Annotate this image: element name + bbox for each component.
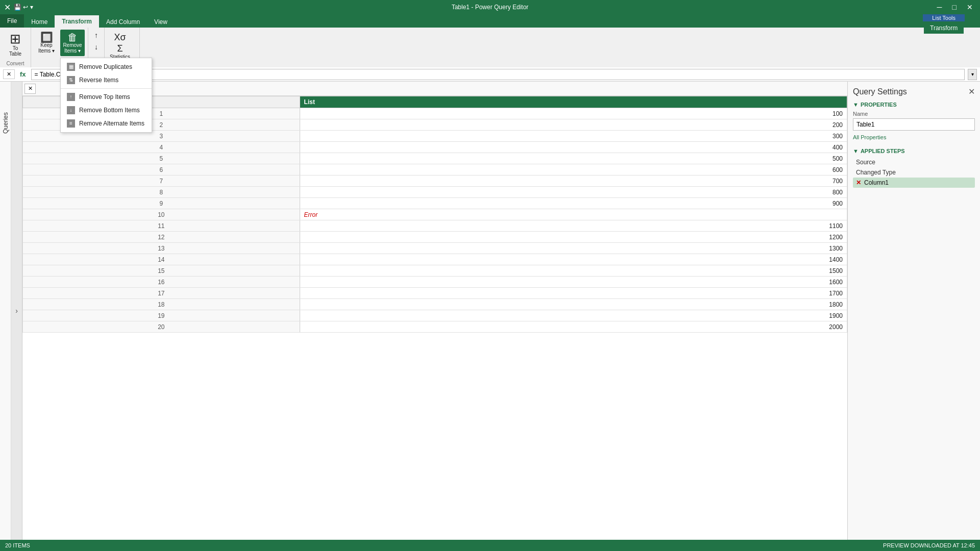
table-row: 10Error xyxy=(23,209,847,220)
sort-buttons: ↑ ↓ xyxy=(91,30,101,53)
row-value-cell: Error xyxy=(300,209,847,220)
expand-panel-button[interactable]: › xyxy=(11,82,22,540)
row-value-cell: 200 xyxy=(300,119,847,131)
step-error-icon: ✕ xyxy=(856,179,861,186)
sort-ascending-button[interactable]: ↑ xyxy=(91,30,101,41)
remove-top-icon: ↑ xyxy=(67,93,75,101)
query-name-input[interactable] xyxy=(853,118,975,131)
main-layout: Queries › ✕ List 11002200330044005500660… xyxy=(0,82,980,540)
step-column1-label: Column1 xyxy=(864,179,889,186)
row-value-cell: 300 xyxy=(300,131,847,142)
to-table-button[interactable]: ⊞ ToTable xyxy=(3,30,28,59)
remove-items-dropdown: ▦ Remove Duplicates ⇅ Reverse Items ↑ Re… xyxy=(60,58,152,133)
table-row: 161600 xyxy=(23,277,847,288)
ribbon-group-convert: ⊞ ToTable Convert xyxy=(0,28,31,67)
sort-descending-button[interactable]: ↓ xyxy=(91,41,101,53)
row-value-cell: 1600 xyxy=(300,277,847,288)
step-source-label: Source xyxy=(856,159,875,166)
to-table-icon: ⊞ xyxy=(10,32,21,45)
remove-items-label: RemoveItems ▾ xyxy=(63,42,82,54)
tab-view[interactable]: View xyxy=(147,16,175,28)
menu-reverse-items[interactable]: ⇅ Reverse Items xyxy=(61,73,152,87)
close-button[interactable]: ✕ xyxy=(964,2,976,12)
applied-steps-list: Source Changed Type ✕ Column1 xyxy=(853,157,975,188)
row-value-cell: 1700 xyxy=(300,288,847,299)
maximize-button[interactable]: □ xyxy=(949,2,960,12)
menu-remove-alternate[interactable]: ≡ Remove Alternate Items xyxy=(61,117,152,130)
row-number-cell: 5 xyxy=(23,153,300,164)
row-number-cell: 12 xyxy=(23,232,300,243)
row-value-cell: 600 xyxy=(300,164,847,176)
table-row: 191900 xyxy=(23,310,847,321)
table-row: 4400 xyxy=(23,142,847,153)
table-row: 171700 xyxy=(23,288,847,299)
reverse-items-icon: ⇅ xyxy=(67,76,75,84)
window-title: Table1 - Power Query Editor xyxy=(452,4,529,11)
table-row: 151500 xyxy=(23,265,847,277)
row-number-cell: 20 xyxy=(23,321,300,333)
table-row: 7700 xyxy=(23,176,847,187)
tab-transform[interactable]: Transform xyxy=(55,15,99,28)
menu-divider xyxy=(61,88,152,89)
step-source[interactable]: Source xyxy=(853,157,975,167)
collapse-steps-icon[interactable]: ▼ xyxy=(853,148,859,154)
data-area: ✕ List 110022003300440055006600770088009… xyxy=(22,82,847,540)
menu-remove-duplicates[interactable]: ▦ Remove Duplicates xyxy=(61,60,152,73)
step-column1[interactable]: ✕ Column1 xyxy=(853,178,975,188)
keep-items-button[interactable]: 🔲 KeepItems ▾ xyxy=(34,30,59,56)
title-bar: ✕ 💾 ↩ ▾ Table1 - Power Query Editor ─ □ … xyxy=(0,0,980,14)
formula-input[interactable] xyxy=(31,69,965,80)
table-row: 141400 xyxy=(23,254,847,265)
row-number-cell: 16 xyxy=(23,277,300,288)
list-tools-label: List Tools xyxy=(923,14,965,21)
expand-chevron-icon: › xyxy=(15,307,18,315)
table-row: 9900 xyxy=(23,198,847,209)
table-row: 181800 xyxy=(23,299,847,310)
all-properties-link[interactable]: All Properties xyxy=(853,134,886,140)
remove-alternate-icon: ≡ xyxy=(67,119,75,128)
remove-items-icon: 🗑 xyxy=(67,32,78,42)
item-count: 20 ITEMS xyxy=(5,542,30,548)
step-changed-type[interactable]: Changed Type xyxy=(853,167,975,178)
name-field-label: Name xyxy=(853,111,975,117)
tab-file[interactable]: File xyxy=(0,14,24,28)
row-value-cell: 1900 xyxy=(300,310,847,321)
table-row: 121200 xyxy=(23,232,847,243)
query-settings-title: Query Settings xyxy=(853,87,907,96)
remove-alternate-label: Remove Alternate Items xyxy=(79,120,144,127)
row-number-cell: 7 xyxy=(23,176,300,187)
tab-home[interactable]: Home xyxy=(24,16,55,28)
ribbon-tabs: File Home Transform Add Column View List… xyxy=(0,14,980,28)
query-settings-close-button[interactable]: ✕ xyxy=(968,87,975,96)
remove-items-button[interactable]: 🗑 RemoveItems ▾ xyxy=(60,30,85,56)
close-formula-button[interactable]: ✕ xyxy=(3,69,15,79)
convert-group-label: Convert xyxy=(3,60,28,67)
row-number-cell: 9 xyxy=(23,198,300,209)
reverse-items-label: Reverse Items xyxy=(79,77,118,84)
menu-remove-top[interactable]: ↑ Remove Top Items xyxy=(61,90,152,104)
row-number-cell: 8 xyxy=(23,187,300,198)
step-changed-type-label: Changed Type xyxy=(856,169,896,176)
tab-add-column[interactable]: Add Column xyxy=(99,16,147,28)
collapse-properties-icon[interactable]: ▼ xyxy=(853,102,859,108)
table-row: 5500 xyxy=(23,153,847,164)
list-column-header[interactable]: List xyxy=(300,96,847,108)
table-row: 8800 xyxy=(23,187,847,198)
menu-remove-bottom[interactable]: ↓ Remove Bottom Items xyxy=(61,104,152,117)
remove-duplicates-label: Remove Duplicates xyxy=(79,63,132,70)
statistics-icon: XσΣ xyxy=(114,32,126,54)
properties-section-title: ▼ PROPERTIES xyxy=(853,102,975,108)
row-value-cell: 1500 xyxy=(300,265,847,277)
tab-transform-list[interactable]: Transform xyxy=(924,22,964,34)
table-row: 131300 xyxy=(23,243,847,254)
table-row: 6600 xyxy=(23,164,847,176)
row-number-cell: 4 xyxy=(23,142,300,153)
formula-dropdown-button[interactable]: ▾ xyxy=(968,69,977,80)
row-number-cell: 6 xyxy=(23,164,300,176)
row-value-cell: 500 xyxy=(300,153,847,164)
data-close-button[interactable]: ✕ xyxy=(24,84,36,94)
queries-label: Queries xyxy=(2,112,9,134)
minimize-button[interactable]: ─ xyxy=(934,2,945,12)
keep-items-icon: 🔲 xyxy=(40,32,53,42)
keep-items-label: KeepItems ▾ xyxy=(38,42,55,54)
